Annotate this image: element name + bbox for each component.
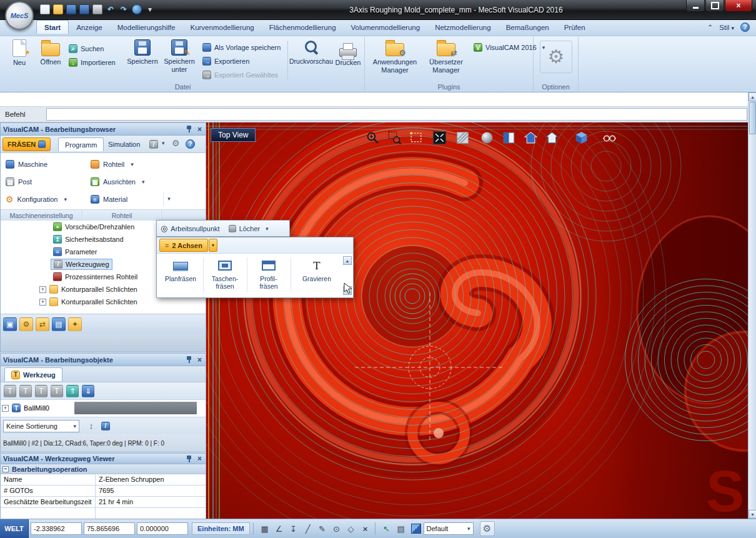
- optionen-button[interactable]: ⚙: [540, 41, 572, 73]
- mecsoft-logo[interactable]: MecS: [5, 1, 34, 30]
- tab-bemassungen[interactable]: Bemaßungen: [499, 21, 557, 34]
- close-button[interactable]: ×: [725, 0, 752, 12]
- pin-icon[interactable]: [186, 125, 192, 133]
- browser-panel-titlebar[interactable]: VisualCAM - Bearbeitungsbrowser ×: [1, 123, 206, 136]
- edit-tool-icon[interactable]: T: [19, 385, 32, 397]
- tab-programm[interactable]: Programm: [58, 137, 104, 151]
- pin-icon[interactable]: [186, 356, 192, 364]
- load-tool-library-icon[interactable]: ⇑: [66, 385, 79, 397]
- machine-sim-icon[interactable]: ⇄: [36, 317, 49, 331]
- select-window-icon[interactable]: [409, 131, 424, 145]
- home-view-house-icon[interactable]: [545, 131, 559, 145]
- split-display-icon[interactable]: [502, 131, 516, 145]
- oeffnen-button[interactable]: Öffnen: [35, 39, 66, 83]
- two-axis-tab[interactable]: = 2 Achsen: [159, 239, 208, 252]
- help-icon[interactable]: ?: [740, 22, 750, 32]
- scroll-down-icon[interactable]: ▼: [749, 510, 756, 519]
- two-axis-caret-icon[interactable]: ▾: [209, 239, 217, 252]
- zoom-window-icon[interactable]: [387, 131, 402, 145]
- qat-menu-caret-icon[interactable]: ▾: [145, 4, 155, 14]
- suchen-button[interactable]: ⌕ Suchen: [69, 43, 104, 54]
- close-panel-icon[interactable]: ×: [196, 455, 203, 462]
- work-zero-button[interactable]: ◎ Arbeitsnullpunkt: [161, 224, 220, 233]
- als-vorlage-button[interactable]: Als Vorlage speichern: [202, 42, 281, 53]
- web-help-icon[interactable]: [132, 4, 142, 14]
- create-tool-icon[interactable]: T: [4, 385, 16, 397]
- maschine-button[interactable]: Maschine: [2, 157, 81, 172]
- group-overflow-caret-icon[interactable]: ▾: [163, 192, 174, 206]
- stock-sim-icon[interactable]: ▣: [3, 317, 17, 331]
- midpoint-snap-icon[interactable]: ✎: [316, 522, 329, 535]
- undo-icon[interactable]: ↶: [106, 4, 116, 14]
- shaded-sphere-icon[interactable]: [480, 131, 494, 145]
- center-snap-icon[interactable]: ⊙: [331, 522, 343, 535]
- tab-simulation[interactable]: Simulation: [102, 137, 146, 151]
- ausrichten-button[interactable]: ▦ Ausrichten ▾: [87, 174, 157, 189]
- drucken-button[interactable]: Drucken: [332, 39, 364, 83]
- redo-icon[interactable]: ↷: [119, 4, 129, 14]
- expand-icon[interactable]: +: [2, 405, 9, 412]
- anwendungen-manager-button[interactable]: ⚙ Anwendungen Manager: [370, 39, 420, 83]
- print-icon[interactable]: [92, 4, 102, 14]
- browser-gear-icon[interactable]: ⚙: [172, 138, 180, 148]
- save-tool-library-icon[interactable]: ⇓: [82, 385, 94, 397]
- line-snap-icon[interactable]: ╱: [302, 522, 314, 535]
- exportieren-button[interactable]: → Exportieren: [202, 56, 249, 67]
- cplane-button[interactable]: WELT: [0, 519, 29, 538]
- tab-netzmodellierung[interactable]: Netzmodellierung: [427, 21, 499, 34]
- viewer-panel-titlebar[interactable]: VisualCAM - Werkzeugweg Viewer ×: [1, 454, 206, 464]
- tool-list-item[interactable]: + T BallMill0: [2, 402, 49, 414]
- browser-menu-caret-icon[interactable]: ▾: [162, 140, 165, 146]
- simulation-settings-icon[interactable]: ✦: [68, 317, 82, 331]
- tab-modellierungshilfe[interactable]: Modellierungshilfe: [110, 21, 183, 34]
- exportiert-gewaehltes-button[interactable]: → Exportiert Gewähltes: [202, 69, 278, 81]
- hatch-display-icon[interactable]: [455, 131, 470, 145]
- units-indicator[interactable]: Einheiten: MM: [192, 522, 250, 535]
- operation-section-header[interactable]: − Bearbeitungsoperation: [1, 464, 206, 474]
- collapse-icon[interactable]: −: [2, 466, 9, 472]
- speichern-unter-button[interactable]: ✎ Speichern unter: [161, 39, 197, 83]
- objects-panel-titlebar[interactable]: VisualCAM - Bearbeitungsobjekte ×: [1, 354, 206, 366]
- neu-button[interactable]: * Neu: [5, 39, 34, 83]
- konfiguration-button[interactable]: ⚙ Konfiguration ▾: [2, 192, 81, 207]
- tab-anzeige[interactable]: Anzeige: [69, 21, 110, 34]
- tab-werkzeug[interactable]: T Werkzeug: [4, 367, 62, 381]
- maximize-button[interactable]: [705, 0, 724, 12]
- compare-icon[interactable]: ▤: [52, 317, 66, 331]
- grid-snap-icon[interactable]: ▦: [259, 522, 271, 535]
- profilfraesen-button[interactable]: Profil-fräsen: [248, 255, 289, 296]
- layer-select[interactable]: Default▾: [424, 522, 474, 535]
- druckvorschau-button[interactable]: Druckvorschau: [290, 39, 332, 83]
- duplicate-tool-icon[interactable]: T: [35, 385, 47, 397]
- open-icon[interactable]: [53, 4, 63, 14]
- sketch-notes-icon[interactable]: ▤: [395, 522, 407, 535]
- pin-icon[interactable]: [186, 455, 192, 463]
- expand-icon[interactable]: +: [39, 286, 46, 293]
- uebersetzer-manager-button[interactable]: ⇄ Übersetzer Manager: [422, 39, 470, 83]
- gravieren-button[interactable]: T Gravieren: [292, 255, 342, 296]
- holes-button[interactable]: Löcher ▾: [229, 225, 269, 232]
- vertical-scrollbar[interactable]: ▲ ▼: [748, 92, 756, 519]
- planfraesen-button[interactable]: Planfräsen: [159, 255, 202, 296]
- fixture-icon[interactable]: ⚙: [19, 317, 33, 331]
- sort-dropdown[interactable]: Keine Sortierung▾: [3, 420, 79, 432]
- point-snap-icon[interactable]: ↧: [287, 522, 300, 535]
- speichern-button[interactable]: Speichern: [125, 39, 160, 83]
- isometric-cube-icon[interactable]: [574, 131, 589, 145]
- importieren-button[interactable]: ↓ Importieren: [69, 57, 116, 68]
- scroll-up-icon[interactable]: ▲: [749, 92, 756, 101]
- popup-scroll-up-icon[interactable]: ▲: [343, 256, 352, 265]
- save-all-icon[interactable]: [79, 4, 89, 14]
- delete-tool-icon[interactable]: T: [51, 385, 63, 397]
- collapse-ribbon-icon[interactable]: ⌃: [707, 23, 714, 32]
- taschenfraesen-button[interactable]: Taschen-fräsen: [204, 255, 246, 296]
- expand-icon[interactable]: +: [39, 299, 46, 306]
- command-input[interactable]: [46, 108, 747, 121]
- quad-snap-icon[interactable]: ◇: [345, 522, 357, 535]
- zoom-extents-icon[interactable]: [432, 131, 447, 145]
- stereo-glasses-icon[interactable]: [602, 131, 617, 145]
- wrench-icon[interactable]: /: [149, 140, 158, 149]
- zoom-in-icon[interactable]: [366, 131, 380, 145]
- close-panel-icon[interactable]: ×: [196, 356, 203, 364]
- tab-pruefen[interactable]: Prüfen: [557, 21, 593, 34]
